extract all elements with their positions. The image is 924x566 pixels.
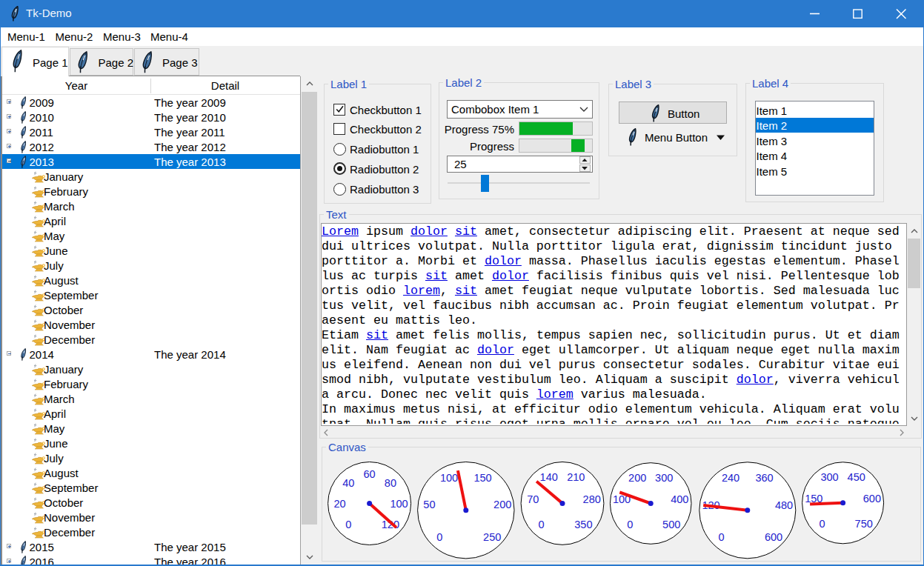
svg-text:200: 200 bbox=[493, 499, 511, 510]
svg-text:0: 0 bbox=[819, 518, 825, 530]
svg-text:40: 40 bbox=[342, 477, 354, 489]
svg-text:0: 0 bbox=[345, 519, 351, 530]
svg-text:240: 240 bbox=[722, 472, 739, 484]
svg-text:350: 350 bbox=[574, 519, 592, 530]
svg-text:0: 0 bbox=[627, 519, 633, 530]
svg-text:750: 750 bbox=[855, 518, 873, 530]
svg-text:0: 0 bbox=[718, 531, 724, 543]
svg-text:600: 600 bbox=[863, 493, 881, 505]
svg-text:360: 360 bbox=[755, 472, 773, 484]
svg-text:450: 450 bbox=[848, 471, 865, 483]
svg-text:60: 60 bbox=[364, 468, 376, 480]
svg-text:50: 50 bbox=[423, 499, 435, 510]
svg-text:140: 140 bbox=[540, 471, 558, 483]
svg-text:20: 20 bbox=[334, 498, 346, 510]
svg-text:250: 250 bbox=[483, 531, 501, 543]
svg-text:210: 210 bbox=[567, 471, 585, 483]
svg-text:0: 0 bbox=[436, 531, 442, 543]
svg-text:150: 150 bbox=[473, 472, 491, 484]
svg-text:200: 200 bbox=[628, 472, 646, 484]
svg-text:500: 500 bbox=[662, 519, 680, 530]
svg-text:280: 280 bbox=[583, 493, 601, 505]
svg-text:400: 400 bbox=[671, 493, 688, 505]
svg-text:100: 100 bbox=[390, 498, 408, 510]
svg-text:300: 300 bbox=[655, 472, 673, 484]
svg-text:480: 480 bbox=[775, 499, 793, 511]
svg-text:70: 70 bbox=[527, 493, 539, 505]
svg-text:100: 100 bbox=[440, 472, 458, 484]
svg-text:0: 0 bbox=[539, 519, 545, 530]
svg-text:300: 300 bbox=[820, 471, 838, 483]
svg-text:600: 600 bbox=[765, 531, 782, 543]
svg-text:80: 80 bbox=[385, 477, 396, 489]
